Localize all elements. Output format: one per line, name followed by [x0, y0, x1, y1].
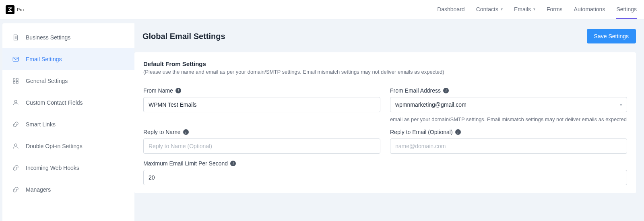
- svg-rect-2: [17, 78, 19, 81]
- field-reply-name: Reply to Name i: [143, 129, 380, 154]
- nav-forms[interactable]: Forms: [547, 0, 563, 19]
- field-max-limit: Maximum Email Limit Per Second i: [143, 160, 627, 185]
- info-icon[interactable]: i: [175, 88, 181, 93]
- content: Global Email Settings Save Settings Defa…: [134, 23, 644, 193]
- document-icon: [12, 34, 19, 41]
- content-header: Global Email Settings Save Settings: [134, 23, 644, 52]
- nav-label: Contacts: [476, 6, 498, 12]
- from-email-hint: email as per your domain/SMTP settings. …: [390, 116, 627, 122]
- chevron-down-icon: ▾: [501, 7, 503, 11]
- reply-name-label: Reply to Name: [143, 129, 181, 135]
- settings-panel: Default From Settings (Please use the na…: [134, 52, 636, 193]
- sidebar-item-label: Incoming Web Hooks: [26, 165, 79, 171]
- sidebar-item-label: General Settings: [26, 78, 68, 84]
- reply-email-input[interactable]: [390, 138, 627, 154]
- grid-icon: [12, 77, 19, 85]
- svg-rect-3: [13, 82, 15, 84]
- from-email-select[interactable]: [390, 97, 627, 112]
- sidebar-item-label: Email Settings: [26, 56, 62, 62]
- field-from-email: From Email Address i ▾ email as per your…: [390, 87, 627, 122]
- topbar: Pro Dashboard Contacts ▾ Emails ▾ Forms …: [0, 0, 644, 19]
- nav-label: Dashboard: [437, 6, 465, 12]
- nav-emails[interactable]: Emails ▾: [514, 0, 535, 19]
- from-name-input[interactable]: [143, 97, 380, 112]
- brand-text: Pro: [17, 7, 24, 12]
- from-email-label: From Email Address: [390, 87, 441, 94]
- svg-rect-0: [13, 57, 19, 62]
- save-settings-button[interactable]: Save Settings: [587, 29, 636, 43]
- max-limit-label: Maximum Email Limit Per Second: [143, 160, 228, 167]
- nav-automations[interactable]: Automations: [574, 0, 605, 19]
- person-icon: [12, 99, 19, 106]
- nav-contacts[interactable]: Contacts ▾: [476, 0, 503, 19]
- main-nav: Dashboard Contacts ▾ Emails ▾ Forms Auto…: [437, 0, 637, 19]
- nav-label: Forms: [547, 6, 563, 12]
- person-icon: [12, 143, 19, 150]
- sidebar-item-label: Managers: [26, 186, 51, 193]
- info-icon[interactable]: i: [230, 161, 236, 166]
- sidebar-item-business-settings[interactable]: Business Settings: [2, 27, 134, 48]
- svg-point-5: [14, 100, 17, 103]
- link-icon: [12, 186, 19, 193]
- chevron-down-icon: ▾: [533, 7, 535, 11]
- brand: Pro: [6, 5, 24, 14]
- svg-rect-1: [13, 78, 15, 81]
- reply-email-label: Reply to Email (Optional): [390, 129, 453, 135]
- sidebar-item-double-optin[interactable]: Double Opt-in Settings: [2, 135, 134, 157]
- svg-point-6: [14, 144, 17, 146]
- logo-icon: [6, 5, 14, 14]
- sidebar-item-label: Double Opt-in Settings: [26, 143, 83, 149]
- max-limit-input[interactable]: [143, 170, 627, 185]
- nav-label: Emails: [514, 6, 531, 12]
- sidebar-item-label: Business Settings: [26, 34, 70, 41]
- sidebar-item-incoming-webhooks[interactable]: Incoming Web Hooks: [2, 157, 134, 179]
- field-reply-email: Reply to Email (Optional) i: [390, 129, 627, 154]
- mail-icon: [12, 56, 19, 63]
- sidebar-item-custom-contact-fields[interactable]: Custom Contact Fields: [2, 92, 134, 114]
- info-icon[interactable]: i: [455, 129, 461, 135]
- svg-rect-4: [17, 82, 19, 84]
- app-shell: Business Settings Email Settings General…: [0, 19, 644, 221]
- nav-label: Automations: [574, 6, 605, 12]
- link-icon: [12, 121, 19, 128]
- page-title: Global Email Settings: [142, 32, 225, 41]
- info-icon[interactable]: i: [443, 88, 449, 93]
- nav-settings[interactable]: Settings: [616, 0, 637, 19]
- nav-label: Settings: [616, 6, 637, 12]
- sidebar-item-smart-links[interactable]: Smart Links: [2, 114, 134, 135]
- sidebar-item-email-settings[interactable]: Email Settings: [2, 48, 134, 70]
- reply-name-input[interactable]: [143, 138, 380, 154]
- section-title: Default From Settings: [143, 60, 627, 67]
- section-subtitle: (Please use the name and email as per yo…: [143, 69, 627, 79]
- sidebar-item-label: Custom Contact Fields: [26, 99, 83, 106]
- field-from-name: From Name i: [143, 87, 380, 122]
- nav-dashboard[interactable]: Dashboard: [437, 0, 465, 19]
- sidebar: Business Settings Email Settings General…: [2, 23, 134, 221]
- link-icon: [12, 164, 19, 171]
- sidebar-item-general-settings[interactable]: General Settings: [2, 70, 134, 92]
- from-name-label: From Name: [143, 87, 173, 94]
- sidebar-item-label: Smart Links: [26, 121, 56, 128]
- sidebar-item-managers[interactable]: Managers: [2, 179, 134, 200]
- info-icon[interactable]: i: [183, 129, 189, 135]
